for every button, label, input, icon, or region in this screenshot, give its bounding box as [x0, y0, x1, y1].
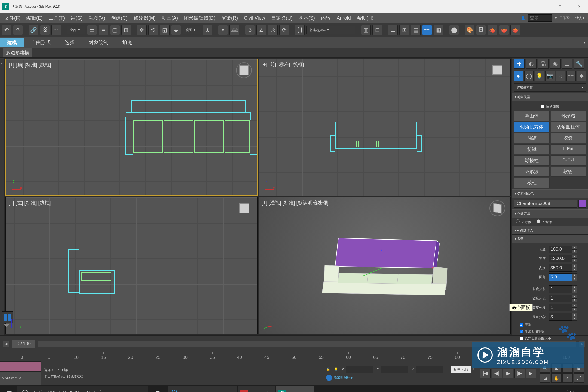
height-input[interactable]	[549, 264, 572, 272]
obj-cext[interactable]: C-Ext	[551, 155, 586, 166]
start-button[interactable]: ⊞	[2, 386, 17, 392]
vp-top-label[interactable]: [+] [顶] [标准] [线框]	[9, 62, 51, 68]
radio-cube[interactable]: 立方体	[516, 219, 531, 225]
max-toggle-button[interactable]: ⛶	[574, 373, 584, 383]
mirror-button[interactable]: ▥	[361, 25, 371, 35]
width-input[interactable]	[549, 255, 572, 262]
link-button[interactable]: 🔗	[29, 25, 38, 35]
ribbon-tab-modeling[interactable]: 建模	[0, 38, 24, 47]
vp-left-label[interactable]: [+] [左] [标准] [线框]	[8, 200, 51, 206]
maxscript-listener[interactable]: MAXScript 迷	[0, 372, 41, 385]
workspace-dropdown[interactable]: 默认 ▾	[573, 16, 586, 20]
scene-explorer-button[interactable]: ⊞	[399, 25, 409, 35]
menu-edit[interactable]: 编辑(E)	[24, 14, 45, 22]
move-button[interactable]: ✥	[137, 25, 147, 35]
select-name-button[interactable]: ≡	[99, 25, 108, 35]
space-warp-icon[interactable]: 〰	[566, 71, 576, 81]
menu-file[interactable]: 文件(F)	[2, 14, 23, 22]
select-button[interactable]: ▭	[87, 25, 97, 35]
rotate-button[interactable]: ⟲	[148, 25, 158, 35]
align-button[interactable]: ⊟	[372, 25, 382, 35]
obj-spindle[interactable]: 纺锤	[514, 144, 550, 154]
scene-explorer-gutter[interactable]: ⋮	[0, 58, 4, 335]
teapot2-button[interactable]: 🫖	[499, 25, 509, 35]
autokey-button[interactable]	[0, 361, 41, 372]
selection-filter[interactable]: 全部 ▾	[67, 26, 85, 34]
expand-tri-icon[interactable]	[4, 324, 9, 327]
lock-icon[interactable]: 🔒	[326, 367, 330, 371]
play-button[interactable]: ▶	[503, 369, 513, 378]
system-tray[interactable]: ˄ |ᴹ| 🌐 🔊 16:38 2020/6/14 💬	[530, 389, 586, 392]
prev-frame-button[interactable]: ◀|	[492, 369, 502, 378]
select-region-button[interactable]: ▢	[110, 25, 120, 35]
lseg-input[interactable]	[549, 285, 572, 293]
wseg-input[interactable]	[549, 295, 572, 302]
display-tab-icon[interactable]: 🖵	[562, 59, 572, 69]
viewcube-left[interactable]	[236, 200, 252, 216]
obj-hose[interactable]: 软管	[551, 167, 586, 177]
search-box[interactable]: 在这里输入你要搜索的内容	[17, 386, 148, 392]
bind-button[interactable]: 〰	[51, 25, 61, 35]
color-swatch[interactable]	[578, 200, 586, 208]
isolate-icon[interactable]: 💡	[334, 367, 338, 371]
menu-help[interactable]: 帮助(H)	[354, 14, 376, 22]
helpers-icon[interactable]: ≋	[556, 71, 565, 81]
rollout-create-method[interactable]: 创建方法	[512, 209, 588, 218]
ribbon-tab-select[interactable]: 选择	[58, 38, 82, 47]
poly-tab-label[interactable]: 多边形建模	[3, 48, 32, 57]
autogrid-checkbox[interactable]	[541, 105, 544, 108]
menu-tools[interactable]: 工具(T)	[46, 14, 68, 22]
fov-button[interactable]: ◢	[540, 373, 550, 383]
menu-modifier[interactable]: 修改器(M)	[131, 14, 158, 22]
goto-end-button[interactable]: ▶|	[526, 369, 536, 378]
unlink-button[interactable]: ⛓	[40, 25, 50, 35]
keyboard-button[interactable]: ⌨	[229, 25, 239, 35]
edit-set-button[interactable]: { }	[295, 25, 305, 35]
menu-group[interactable]: 组(G)	[68, 14, 85, 22]
obj-capsule[interactable]: 胶囊	[551, 133, 586, 143]
ribbon-tab-paint[interactable]: 对象绘制	[82, 38, 115, 47]
goto-start-button[interactable]: |◀	[480, 369, 491, 378]
menu-graph[interactable]: 图形编辑器(D)	[181, 14, 218, 22]
obj-prism[interactable]: 棱柱	[514, 178, 550, 188]
create-tab-icon[interactable]: ✚	[514, 59, 525, 69]
maximize-button[interactable]: ▢	[553, 5, 566, 8]
teapot1-button[interactable]: 🫖	[488, 25, 497, 35]
selection-set-dropdown[interactable]: 创建选择集 ▾	[306, 26, 355, 34]
obj-lext[interactable]: L-Ext	[551, 144, 586, 154]
lights-icon[interactable]: 💡	[535, 71, 544, 81]
teapot3-button[interactable]: 🫖	[510, 25, 520, 35]
menu-arnold[interactable]: Arnold	[334, 14, 354, 22]
rollout-params[interactable]: 参数	[512, 235, 588, 243]
render-frame-button[interactable]: 🖼	[476, 25, 486, 35]
ribbon-tab-freeform[interactable]: 自由形式	[24, 38, 58, 47]
login-input[interactable]	[528, 14, 552, 22]
camera-icon[interactable]: 📷	[545, 71, 555, 81]
viewcube-persp[interactable]	[489, 200, 506, 216]
schematic-button[interactable]: ▦	[434, 25, 443, 35]
viewport-perspective[interactable]: [+] [透视] [标准] [默认明暗处理]	[259, 197, 511, 334]
task-screenshot[interactable]: 🖼屏幕截图	[168, 386, 197, 392]
viewcube-top[interactable]	[236, 62, 252, 78]
ribbon-tab-populate[interactable]: 填充	[115, 38, 139, 47]
spinner-snap-button[interactable]: ⟳	[279, 25, 289, 35]
layer-button[interactable]: ☰	[388, 25, 398, 35]
radio-box[interactable]: 长方体	[537, 219, 552, 225]
smooth-checkbox[interactable]	[520, 323, 523, 327]
menu-content[interactable]: 内容	[318, 14, 333, 22]
placement-button[interactable]: ⬙	[171, 25, 181, 35]
obj-oiltank[interactable]: 油罐	[514, 133, 550, 143]
manipulate-button[interactable]: ✦	[218, 25, 228, 35]
utilities-tab-icon[interactable]: 🔧	[574, 59, 584, 69]
coord-x-input[interactable]	[346, 366, 373, 373]
tray-clock[interactable]: 16:38 2020/6/14	[561, 389, 575, 392]
task-3dsmax[interactable]: 3无标题 - Auto…	[276, 386, 314, 392]
ribbon-expand-icon[interactable]: ▾	[584, 41, 588, 44]
category-dropdown[interactable]: 扩展基本体▾	[514, 83, 586, 92]
obj-hedra[interactable]: 异面体	[514, 111, 550, 121]
hseg-input[interactable]	[549, 304, 572, 311]
length-input[interactable]	[549, 246, 572, 253]
scale-button[interactable]: ◱	[160, 25, 170, 35]
pivot-button[interactable]: ⊕	[203, 25, 212, 35]
window-cross-button[interactable]: ⊞	[121, 25, 131, 35]
